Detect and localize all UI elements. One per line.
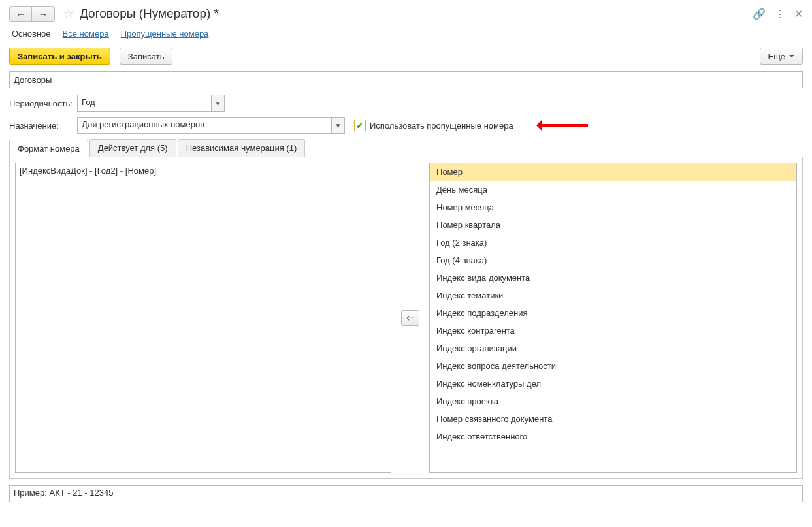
tab-main[interactable]: Основное	[12, 29, 51, 39]
close-icon[interactable]: ✕	[794, 8, 803, 20]
chevron-down-icon[interactable]: ▼	[211, 95, 224, 111]
token-item[interactable]: Номер связанного документа	[430, 410, 796, 428]
example-output: Пример: АКТ - 21 - 12345	[9, 485, 803, 502]
nav-history[interactable]: ← →	[9, 6, 55, 22]
tokens-list[interactable]: НомерДень месяцаНомер месяцаНомер кварта…	[429, 163, 797, 473]
save-button[interactable]: Записать	[120, 48, 173, 65]
token-item[interactable]: Номер квартала	[430, 216, 796, 234]
forward-button[interactable]: →	[32, 7, 54, 21]
page-title: Договоры (Нумератор) *	[80, 7, 753, 21]
format-field[interactable]: [ИндексВидаДок] - [Год2] - [Номер]	[15, 163, 391, 473]
token-item[interactable]: Индекс ответственного	[430, 428, 796, 445]
use-skipped-label: Использовать пропущенные номера	[370, 121, 513, 131]
tab-applies[interactable]: Действует для (5)	[89, 139, 176, 157]
link-icon[interactable]: 🔗	[753, 8, 766, 20]
token-item[interactable]: Номер месяца	[430, 199, 796, 216]
token-item[interactable]: Индекс вопроса деятельности	[430, 357, 796, 375]
token-item[interactable]: Номер	[430, 163, 796, 181]
annotation-arrow	[530, 120, 588, 131]
periodicity-label: Периодичность:	[9, 99, 77, 108]
tab-format[interactable]: Формат номера	[9, 140, 88, 157]
name-input[interactable]	[9, 71, 803, 88]
token-item[interactable]: Индекс подразделения	[430, 304, 796, 322]
kebab-icon[interactable]: ⋮	[775, 8, 785, 20]
token-item[interactable]: Год (2 знака)	[430, 234, 796, 251]
token-item[interactable]: Индекс номенклатуры дел	[430, 375, 796, 392]
token-item[interactable]: Индекс проекта	[430, 392, 796, 410]
section-nav: Основное Все номера Пропущенные номера	[9, 29, 803, 39]
token-item[interactable]: Индекс организации	[430, 340, 796, 357]
back-button[interactable]: ←	[10, 7, 32, 21]
inner-tabs: Формат номера Действует для (5) Независи…	[9, 139, 803, 157]
use-skipped-checkbox[interactable]: ✓	[354, 120, 366, 131]
periodicity-select[interactable]: Год ▼	[77, 95, 225, 112]
chevron-down-icon[interactable]: ▼	[331, 118, 344, 133]
token-item[interactable]: Год (4 знака)	[430, 251, 796, 269]
token-item[interactable]: Индекс вида документа	[430, 269, 796, 287]
tab-independent[interactable]: Независимая нумерация (1)	[178, 139, 306, 157]
save-and-close-button[interactable]: Записать и закрыть	[9, 48, 110, 65]
star-icon[interactable]: ☆	[61, 7, 76, 21]
token-item[interactable]: Индекс контрагента	[430, 322, 796, 340]
purpose-label: Назначение:	[9, 121, 77, 131]
move-left-button[interactable]: ⇦	[401, 310, 419, 326]
purpose-select[interactable]: Для регистрационных номеров ▼	[77, 117, 345, 134]
token-item[interactable]: День месяца	[430, 181, 796, 199]
more-button[interactable]: Еще	[760, 48, 803, 65]
check-icon: ✓	[356, 121, 364, 130]
tab-skipped-numbers[interactable]: Пропущенные номера	[121, 29, 209, 39]
tab-all-numbers[interactable]: Все номера	[63, 29, 109, 39]
token-item[interactable]: Индекс тематики	[430, 287, 796, 304]
